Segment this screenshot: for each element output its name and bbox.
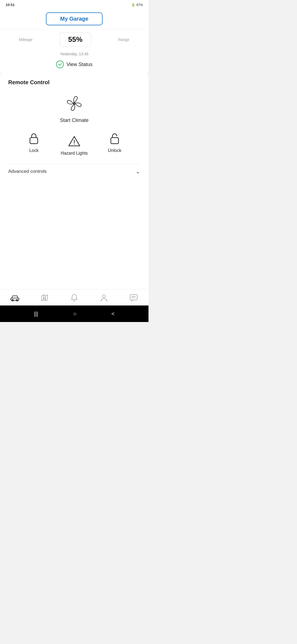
nav-bell[interactable] (70, 293, 79, 302)
status-check-icon (56, 61, 64, 68)
remote-control-card: Remote Control Start Climate (0, 73, 148, 289)
view-status-row[interactable]: View Status (0, 58, 148, 73)
unlock-label: Unlock (108, 148, 121, 153)
chevron-down-icon: ⌄ (136, 168, 140, 175)
battery-percent: 87% (136, 3, 143, 7)
bell-icon (70, 293, 79, 302)
android-back-button[interactable]: < (111, 311, 115, 317)
last-update-timestamp: Yesterday, 13:45 (0, 50, 148, 58)
status-bar: 10:51 🔋 87% (0, 0, 148, 9)
status-icons: 🔋 87% (131, 3, 143, 7)
advanced-controls-label: Advanced controls (8, 169, 47, 174)
hazard-label: Hazard Lights (61, 151, 88, 156)
svg-rect-12 (130, 294, 137, 300)
stats-row: Mileage 55% Range (0, 29, 148, 50)
svg-point-10 (44, 298, 45, 299)
svg-rect-4 (111, 138, 119, 144)
unlock-icon (108, 132, 122, 145)
android-menu-button[interactable]: ||| (34, 311, 38, 317)
person-icon (100, 293, 108, 302)
controls-row: Lock Hazard Lights Unlock (8, 132, 140, 156)
fan-icon (65, 94, 84, 113)
svg-rect-1 (30, 138, 38, 144)
android-nav-bar: ||| ○ < (0, 305, 148, 322)
hazard-lights-button[interactable]: Hazard Lights (54, 132, 95, 156)
chat-icon (129, 293, 138, 302)
range-label: Range (118, 37, 129, 42)
advanced-controls-row[interactable]: Advanced controls ⌄ (8, 164, 140, 179)
svg-point-3 (74, 144, 75, 145)
lock-button[interactable]: Lock (14, 132, 54, 153)
hazard-icon (67, 134, 81, 148)
unlock-button[interactable]: Unlock (94, 132, 135, 153)
map-icon (40, 293, 49, 302)
car-icon (10, 293, 19, 302)
status-time: 10:51 (6, 3, 15, 7)
nav-person[interactable] (100, 293, 108, 302)
view-status-label: View Status (67, 62, 93, 67)
lock-label: Lock (29, 148, 38, 153)
svg-point-11 (103, 295, 105, 298)
lock-icon (27, 132, 41, 145)
nav-car[interactable] (10, 293, 19, 302)
my-garage-button[interactable]: My Garage (46, 12, 103, 25)
nav-chat[interactable] (129, 293, 138, 302)
android-home-button[interactable]: ○ (73, 311, 76, 317)
start-climate-label: Start Climate (60, 118, 89, 123)
mileage-label: Mileage (19, 37, 32, 42)
battery-percentage-display: 55% (60, 32, 91, 47)
header: My Garage (0, 9, 148, 29)
bottom-nav (0, 289, 148, 305)
battery-icon: 🔋 (131, 3, 135, 7)
climate-section[interactable]: Start Climate (8, 94, 140, 123)
battery-value: 55% (68, 35, 82, 44)
nav-map[interactable] (40, 293, 49, 302)
remote-control-title: Remote Control (8, 79, 140, 86)
